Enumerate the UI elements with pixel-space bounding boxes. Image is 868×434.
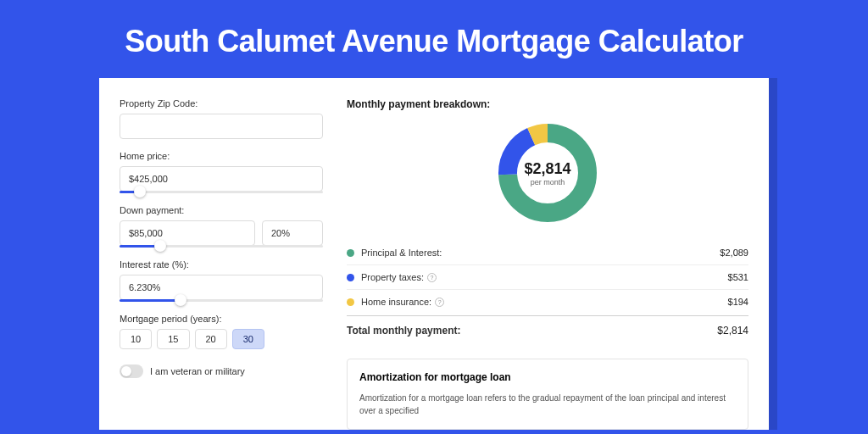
period-button-10[interactable]: 10: [120, 329, 152, 349]
home-price-input[interactable]: [120, 166, 323, 192]
donut-chart: $2,814 per month: [497, 122, 598, 224]
slider-thumb[interactable]: [154, 240, 166, 252]
home-price-slider[interactable]: [120, 191, 323, 193]
interest-slider[interactable]: [120, 299, 323, 302]
interest-input[interactable]: [120, 275, 323, 300]
zip-label: Property Zip Code:: [120, 98, 323, 108]
amortization-box: Amortization for mortgage loan Amortizat…: [347, 359, 748, 430]
down-payment-label: Down payment:: [120, 205, 323, 215]
breakdown-row: Property taxes:?$531: [347, 265, 748, 290]
down-payment-input[interactable]: [120, 220, 255, 246]
interest-label: Interest rate (%):: [120, 259, 323, 270]
down-payment-slider[interactable]: [120, 245, 323, 248]
info-icon[interactable]: ?: [427, 273, 437, 282]
breakdown-item-amount: $194: [728, 297, 748, 307]
legend-dot: [347, 298, 354, 306]
breakdown-item-amount: $531: [728, 272, 748, 282]
breakdown-item-amount: $2,089: [720, 248, 748, 258]
period-field-group: Mortgage period (years): 10152030: [120, 314, 323, 349]
veteran-label: I am veteran or military: [150, 366, 245, 376]
slider-thumb[interactable]: [175, 294, 186, 306]
slider-thumb[interactable]: [134, 186, 146, 198]
breakdown-heading: Monthly payment breakdown:: [347, 98, 748, 110]
amortization-text: Amortization for a mortgage loan refers …: [359, 392, 736, 417]
down-payment-percent-input[interactable]: [262, 220, 323, 246]
legend-dot: [347, 249, 354, 257]
donut-value: $2,814: [524, 160, 570, 178]
breakdown-item-label: Property taxes:?: [361, 272, 728, 282]
down-payment-field-group: Down payment:: [120, 205, 323, 248]
home-price-field-group: Home price:: [120, 151, 323, 193]
period-button-20[interactable]: 20: [195, 329, 227, 349]
breakdown-row: Home insurance:?$194: [347, 290, 748, 314]
legend-dot: [347, 274, 354, 281]
zip-input[interactable]: [120, 114, 323, 139]
breakdown-item-label: Home insurance:?: [361, 297, 728, 307]
page-title: South Calumet Avenue Mortgage Calculator: [0, 0, 868, 78]
calculator-card: Property Zip Code: Home price: Down paym…: [99, 78, 769, 430]
total-amount: $2,814: [717, 325, 748, 337]
period-label: Mortgage period (years):: [120, 314, 323, 324]
interest-field-group: Interest rate (%):: [120, 259, 323, 302]
form-column: Property Zip Code: Home price: Down paym…: [120, 98, 323, 430]
period-button-30[interactable]: 30: [232, 329, 264, 349]
zip-field-group: Property Zip Code:: [120, 98, 323, 139]
info-icon[interactable]: ?: [435, 298, 444, 307]
veteran-toggle[interactable]: [120, 364, 143, 378]
veteran-toggle-row: I am veteran or military: [120, 364, 323, 378]
breakdown-row: Principal & Interest:$2,089: [347, 241, 748, 265]
period-button-15[interactable]: 15: [157, 329, 189, 349]
donut-label: per month: [531, 178, 565, 186]
total-row: Total monthly payment: $2,814: [347, 315, 748, 345]
breakdown-column: Monthly payment breakdown: $2,814 per mo…: [347, 98, 748, 430]
amortization-heading: Amortization for mortgage loan: [359, 371, 736, 383]
breakdown-item-label: Principal & Interest:: [361, 248, 720, 258]
donut-chart-wrap: $2,814 per month: [347, 122, 748, 224]
home-price-label: Home price:: [120, 151, 323, 161]
total-label: Total monthly payment:: [347, 325, 717, 337]
